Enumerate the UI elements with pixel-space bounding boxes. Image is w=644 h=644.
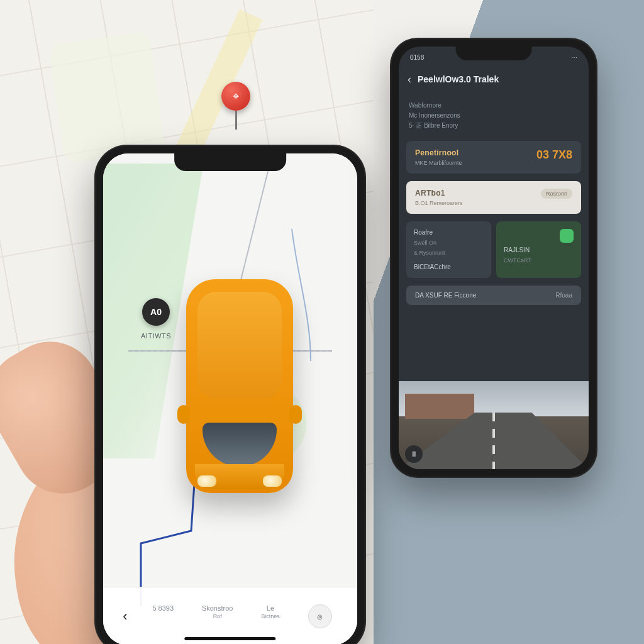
info-tile-left[interactable]: Roafre Swell·On & Rysunrunt BiCEtACchre: [406, 221, 491, 278]
row-label: DA XSUF RE Ficcone: [415, 292, 476, 299]
map-pin: ⌖: [221, 82, 250, 130]
route-marker-badge: A0: [142, 298, 170, 326]
detail-row[interactable]: DA XSUF RE Ficcone Rfoaa: [406, 286, 581, 305]
back-button[interactable]: ‹: [114, 606, 136, 627]
tile-line: Roafre: [414, 229, 484, 236]
nav-item-title: Le: [267, 604, 274, 612]
status-ok-icon: [560, 229, 574, 243]
notch: [456, 47, 532, 60]
dashcam-pause-icon[interactable]: ⏸: [405, 445, 423, 463]
tile-line: RAJLSIN: [504, 247, 574, 253]
tile-line: Swell·On: [414, 240, 484, 246]
map-view[interactable]: A0 AITIWTS: [103, 153, 357, 644]
phone-left: A0 AITIWTS ‹ 5 8393: [94, 145, 366, 644]
page-title: PeelwlOw3.0 Tralek: [418, 74, 499, 84]
nav-item-sub: Rof: [213, 613, 222, 619]
nav-item-3[interactable]: Le Bictnes: [261, 604, 280, 628]
dashcam-lane-marker: [492, 413, 495, 469]
bottom-nav: ‹ 5 8393 Skonstroo Rof Le Bictnes: [103, 587, 357, 644]
map-pin-icon: ⌖: [221, 82, 250, 111]
phone-right-screen[interactable]: 0158 ⋯ ‹ PeelwlOw3.0 Tralek Wabfornore M…: [399, 47, 589, 469]
phone-right: 0158 ⋯ ‹ PeelwlOw3.0 Tralek Wabfornore M…: [390, 38, 597, 478]
nav-item-2[interactable]: Skonstroo Rof: [202, 604, 233, 628]
meta-line: Wabfornore: [409, 101, 579, 111]
nav-item-4[interactable]: ◎: [308, 604, 332, 628]
tile-footer: BiCEtACchre: [414, 264, 484, 270]
meta-block: Wabfornore Mc Inonersenzons 5· 正 Bilbre …: [399, 96, 589, 137]
locate-icon[interactable]: ◎: [308, 604, 332, 628]
card-sub: MKE Marblifournte: [415, 160, 462, 166]
content-scroll[interactable]: Wabfornore Mc Inonersenzons 5· 正 Bilbre …: [399, 96, 589, 469]
summary-card-primary[interactable]: Penetirnool MKE Marblifournte 03 7X8: [406, 141, 581, 174]
map-pin-stick: [235, 111, 237, 130]
dashcam-building: [405, 394, 474, 419]
route-marker-label: AITIWTS: [141, 332, 171, 340]
dashcam-preview[interactable]: ⏸: [399, 381, 589, 469]
nav-item-1[interactable]: 5 8393: [152, 604, 174, 628]
notch: [174, 153, 286, 171]
card-headline: ARTbo1: [415, 189, 463, 197]
status-time: 0158: [410, 54, 424, 61]
nav-item-title: Skonstroo: [202, 604, 233, 612]
home-indicator[interactable]: [184, 637, 275, 640]
nav-item-sub: Bictnes: [261, 613, 280, 619]
card-value: 03 7X8: [536, 148, 572, 162]
app-header: ‹ PeelwlOw3.0 Tralek: [399, 65, 589, 93]
back-icon[interactable]: ‹: [408, 73, 411, 86]
meta-line: 5· 正 Bilbre Enory: [409, 121, 579, 131]
route-marker[interactable]: A0 AITIWTS: [141, 298, 171, 340]
tile-line: & Rysunrunt: [414, 250, 484, 256]
status-indicators-icon: ⋯: [571, 54, 577, 61]
vehicle-icon[interactable]: [186, 279, 293, 493]
meta-line: Mc Inonersenzons: [409, 111, 579, 121]
tile-footer: CWTCaRT: [504, 257, 574, 264]
card-sub: B.O1 Remeroarers: [415, 200, 463, 206]
card-headline: Penetirnool: [415, 148, 462, 157]
tile-row: Roafre Swell·On & Rysunrunt BiCEtACchre …: [406, 221, 581, 278]
map-park-patch: [49, 31, 165, 164]
nav-item-title: 5 8393: [152, 604, 174, 612]
scene: ⌖ A0 AITIWTS: [0, 0, 644, 644]
row-value: Rfoaa: [555, 292, 572, 299]
status-badge: Rosronn: [541, 189, 572, 199]
summary-card-secondary[interactable]: ARTbo1 B.O1 Remeroarers Rosronn: [406, 181, 581, 214]
info-tile-right[interactable]: RAJLSIN CWTCaRT: [496, 221, 581, 278]
phone-left-screen[interactable]: A0 AITIWTS ‹ 5 8393: [103, 153, 357, 644]
